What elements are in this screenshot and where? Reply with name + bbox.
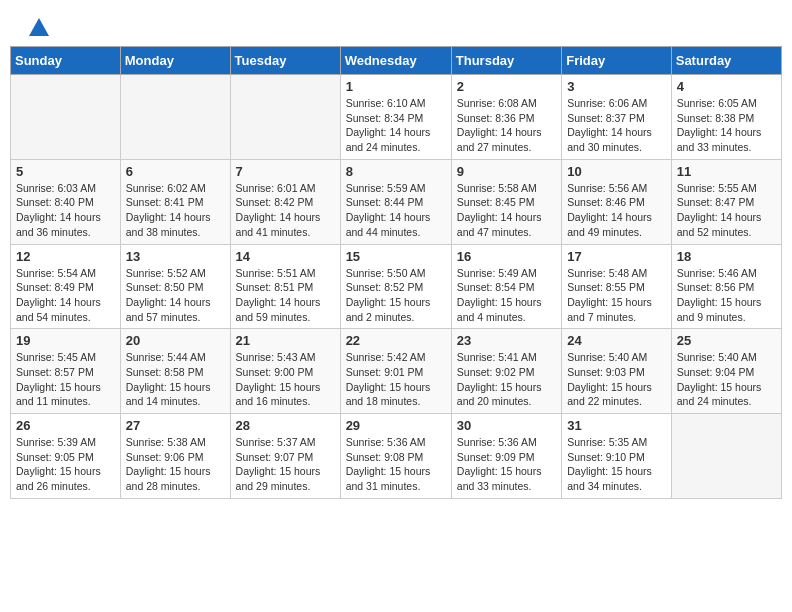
day-number: 30 — [457, 418, 556, 433]
calendar-cell — [671, 414, 781, 499]
day-info: Sunrise: 5:40 AM Sunset: 9:04 PM Dayligh… — [677, 350, 776, 409]
calendar-cell: 24Sunrise: 5:40 AM Sunset: 9:03 PM Dayli… — [562, 329, 672, 414]
day-number: 8 — [346, 164, 446, 179]
day-header-friday: Friday — [562, 47, 672, 75]
calendar-cell — [120, 75, 230, 160]
day-info: Sunrise: 5:43 AM Sunset: 9:00 PM Dayligh… — [236, 350, 335, 409]
calendar-cell: 6Sunrise: 6:02 AM Sunset: 8:41 PM Daylig… — [120, 159, 230, 244]
day-header-thursday: Thursday — [451, 47, 561, 75]
calendar-week-3: 12Sunrise: 5:54 AM Sunset: 8:49 PM Dayli… — [11, 244, 782, 329]
calendar-cell: 27Sunrise: 5:38 AM Sunset: 9:06 PM Dayli… — [120, 414, 230, 499]
day-number: 3 — [567, 79, 666, 94]
calendar-cell: 20Sunrise: 5:44 AM Sunset: 8:58 PM Dayli… — [120, 329, 230, 414]
calendar-cell: 26Sunrise: 5:39 AM Sunset: 9:05 PM Dayli… — [11, 414, 121, 499]
calendar-cell: 28Sunrise: 5:37 AM Sunset: 9:07 PM Dayli… — [230, 414, 340, 499]
day-info: Sunrise: 6:06 AM Sunset: 8:37 PM Dayligh… — [567, 96, 666, 155]
calendar-cell: 25Sunrise: 5:40 AM Sunset: 9:04 PM Dayli… — [671, 329, 781, 414]
day-number: 20 — [126, 333, 225, 348]
day-info: Sunrise: 5:59 AM Sunset: 8:44 PM Dayligh… — [346, 181, 446, 240]
day-number: 31 — [567, 418, 666, 433]
day-number: 6 — [126, 164, 225, 179]
day-number: 24 — [567, 333, 666, 348]
calendar-week-1: 1Sunrise: 6:10 AM Sunset: 8:34 PM Daylig… — [11, 75, 782, 160]
day-number: 7 — [236, 164, 335, 179]
day-info: Sunrise: 5:54 AM Sunset: 8:49 PM Dayligh… — [16, 266, 115, 325]
calendar-cell: 7Sunrise: 6:01 AM Sunset: 8:42 PM Daylig… — [230, 159, 340, 244]
day-info: Sunrise: 6:02 AM Sunset: 8:41 PM Dayligh… — [126, 181, 225, 240]
calendar-cell: 5Sunrise: 6:03 AM Sunset: 8:40 PM Daylig… — [11, 159, 121, 244]
day-info: Sunrise: 5:39 AM Sunset: 9:05 PM Dayligh… — [16, 435, 115, 494]
day-number: 4 — [677, 79, 776, 94]
calendar-cell: 12Sunrise: 5:54 AM Sunset: 8:49 PM Dayli… — [11, 244, 121, 329]
day-info: Sunrise: 5:40 AM Sunset: 9:03 PM Dayligh… — [567, 350, 666, 409]
day-number: 1 — [346, 79, 446, 94]
calendar-cell: 19Sunrise: 5:45 AM Sunset: 8:57 PM Dayli… — [11, 329, 121, 414]
calendar-cell: 21Sunrise: 5:43 AM Sunset: 9:00 PM Dayli… — [230, 329, 340, 414]
calendar-cell: 14Sunrise: 5:51 AM Sunset: 8:51 PM Dayli… — [230, 244, 340, 329]
day-header-saturday: Saturday — [671, 47, 781, 75]
day-number: 9 — [457, 164, 556, 179]
calendar-cell: 15Sunrise: 5:50 AM Sunset: 8:52 PM Dayli… — [340, 244, 451, 329]
calendar-week-2: 5Sunrise: 6:03 AM Sunset: 8:40 PM Daylig… — [11, 159, 782, 244]
day-number: 5 — [16, 164, 115, 179]
day-number: 21 — [236, 333, 335, 348]
day-number: 13 — [126, 249, 225, 264]
day-info: Sunrise: 5:36 AM Sunset: 9:08 PM Dayligh… — [346, 435, 446, 494]
calendar-week-4: 19Sunrise: 5:45 AM Sunset: 8:57 PM Dayli… — [11, 329, 782, 414]
day-number: 19 — [16, 333, 115, 348]
day-number: 27 — [126, 418, 225, 433]
day-number: 14 — [236, 249, 335, 264]
day-info: Sunrise: 5:56 AM Sunset: 8:46 PM Dayligh… — [567, 181, 666, 240]
calendar-cell: 2Sunrise: 6:08 AM Sunset: 8:36 PM Daylig… — [451, 75, 561, 160]
day-header-wednesday: Wednesday — [340, 47, 451, 75]
calendar-cell: 4Sunrise: 6:05 AM Sunset: 8:38 PM Daylig… — [671, 75, 781, 160]
calendar-cell: 8Sunrise: 5:59 AM Sunset: 8:44 PM Daylig… — [340, 159, 451, 244]
day-info: Sunrise: 6:05 AM Sunset: 8:38 PM Dayligh… — [677, 96, 776, 155]
day-info: Sunrise: 5:48 AM Sunset: 8:55 PM Dayligh… — [567, 266, 666, 325]
calendar-cell: 23Sunrise: 5:41 AM Sunset: 9:02 PM Dayli… — [451, 329, 561, 414]
day-info: Sunrise: 5:38 AM Sunset: 9:06 PM Dayligh… — [126, 435, 225, 494]
calendar-cell: 16Sunrise: 5:49 AM Sunset: 8:54 PM Dayli… — [451, 244, 561, 329]
day-info: Sunrise: 5:58 AM Sunset: 8:45 PM Dayligh… — [457, 181, 556, 240]
day-info: Sunrise: 5:45 AM Sunset: 8:57 PM Dayligh… — [16, 350, 115, 409]
day-number: 26 — [16, 418, 115, 433]
calendar-cell — [11, 75, 121, 160]
day-info: Sunrise: 6:10 AM Sunset: 8:34 PM Dayligh… — [346, 96, 446, 155]
calendar-cell: 22Sunrise: 5:42 AM Sunset: 9:01 PM Dayli… — [340, 329, 451, 414]
day-info: Sunrise: 5:50 AM Sunset: 8:52 PM Dayligh… — [346, 266, 446, 325]
day-number: 11 — [677, 164, 776, 179]
calendar-cell: 9Sunrise: 5:58 AM Sunset: 8:45 PM Daylig… — [451, 159, 561, 244]
calendar-table: SundayMondayTuesdayWednesdayThursdayFrid… — [10, 46, 782, 499]
day-info: Sunrise: 5:55 AM Sunset: 8:47 PM Dayligh… — [677, 181, 776, 240]
header — [10, 10, 782, 41]
day-info: Sunrise: 5:49 AM Sunset: 8:54 PM Dayligh… — [457, 266, 556, 325]
day-number: 10 — [567, 164, 666, 179]
day-info: Sunrise: 5:44 AM Sunset: 8:58 PM Dayligh… — [126, 350, 225, 409]
day-info: Sunrise: 6:01 AM Sunset: 8:42 PM Dayligh… — [236, 181, 335, 240]
day-number: 29 — [346, 418, 446, 433]
day-number: 18 — [677, 249, 776, 264]
calendar-cell — [230, 75, 340, 160]
day-number: 15 — [346, 249, 446, 264]
calendar-cell: 13Sunrise: 5:52 AM Sunset: 8:50 PM Dayli… — [120, 244, 230, 329]
day-header-row: SundayMondayTuesdayWednesdayThursdayFrid… — [11, 47, 782, 75]
day-number: 28 — [236, 418, 335, 433]
logo-triangle-icon — [29, 18, 49, 36]
day-info: Sunrise: 5:37 AM Sunset: 9:07 PM Dayligh… — [236, 435, 335, 494]
day-number: 2 — [457, 79, 556, 94]
calendar-cell: 31Sunrise: 5:35 AM Sunset: 9:10 PM Dayli… — [562, 414, 672, 499]
day-info: Sunrise: 5:35 AM Sunset: 9:10 PM Dayligh… — [567, 435, 666, 494]
day-info: Sunrise: 5:41 AM Sunset: 9:02 PM Dayligh… — [457, 350, 556, 409]
day-number: 25 — [677, 333, 776, 348]
day-info: Sunrise: 5:42 AM Sunset: 9:01 PM Dayligh… — [346, 350, 446, 409]
day-info: Sunrise: 5:52 AM Sunset: 8:50 PM Dayligh… — [126, 266, 225, 325]
day-number: 23 — [457, 333, 556, 348]
calendar-cell: 3Sunrise: 6:06 AM Sunset: 8:37 PM Daylig… — [562, 75, 672, 160]
calendar-week-5: 26Sunrise: 5:39 AM Sunset: 9:05 PM Dayli… — [11, 414, 782, 499]
day-info: Sunrise: 6:08 AM Sunset: 8:36 PM Dayligh… — [457, 96, 556, 155]
calendar-cell: 18Sunrise: 5:46 AM Sunset: 8:56 PM Dayli… — [671, 244, 781, 329]
day-header-tuesday: Tuesday — [230, 47, 340, 75]
day-info: Sunrise: 5:36 AM Sunset: 9:09 PM Dayligh… — [457, 435, 556, 494]
calendar-cell: 11Sunrise: 5:55 AM Sunset: 8:47 PM Dayli… — [671, 159, 781, 244]
day-info: Sunrise: 5:51 AM Sunset: 8:51 PM Dayligh… — [236, 266, 335, 325]
